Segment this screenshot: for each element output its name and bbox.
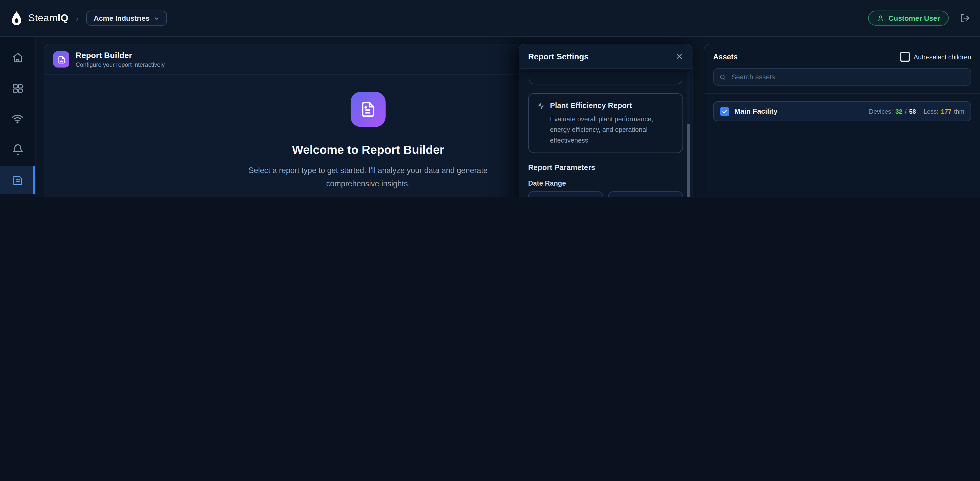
bell-icon [11,143,23,155]
sidebar-item-apps[interactable] [0,75,35,102]
checkbox-checked-icon[interactable] [720,107,729,116]
date-range-past-3-months[interactable]: Past 3 Months [608,191,683,197]
report-parameters-title: Report Parameters [528,163,683,172]
date-range-past-month[interactable]: Past Month [528,191,603,197]
search-icon [719,73,726,80]
page-subtitle: Configure your report interactively [75,61,165,68]
selection-panel: Assets Auto-select children Main Facilit… [704,44,980,197]
welcome-title: Welcome to Report Builder [292,143,444,157]
report-settings-header: Report Settings [519,44,692,68]
org-name: Acme Industries [94,14,150,22]
user-badge[interactable]: Customer User [868,11,949,26]
assets-search-input[interactable] [730,72,965,81]
selected-report-title: Plant Efficiency Report [550,101,632,110]
settings-scrollbar-thumb[interactable] [687,124,690,197]
assets-section: Assets Auto-select children Main Facilit… [704,44,980,197]
report-doc-icon [11,174,23,186]
selected-report-desc: Evaluate overall plant performance, ener… [550,114,675,145]
asset-row-main-facility[interactable]: Main Facility Devices: 32 / 58 Loss: 177… [713,101,971,121]
welcome-subtitle: Select a report type to get started. I'l… [231,164,506,191]
report-type-card-partial[interactable] [529,76,682,84]
checkbox-unchecked-icon[interactable] [900,52,910,62]
report-settings-drawer: Report Settings Plant Efficiency Report … [519,44,692,197]
asset-name: Main Facility [734,108,778,115]
user-name: Customer User [888,14,940,22]
sidebar-nav [0,37,36,197]
date-range-label: Date Range [528,180,683,187]
wifi-icon [11,113,24,125]
date-range-group: Past Month Past 3 Months Past 6 Months 1… [528,191,683,197]
welcome-doc-icon [351,92,386,127]
assets-title: Assets [713,53,738,61]
home-icon [11,51,23,63]
sidebar-item-home[interactable] [0,44,35,71]
apps-grid-icon [11,82,23,94]
activity-pulse-icon [537,102,545,110]
brand-logo: SteamIQ [10,10,68,27]
breadcrumb-chevron: › [76,14,79,23]
report-settings-body: Plant Efficiency Report Evaluate overall… [519,69,692,197]
logout-icon[interactable] [960,13,970,23]
steamiq-app: SteamIQ › Acme Industries Customer User [0,0,980,197]
page-title: Report Builder [75,51,165,60]
drawer-title: Report Settings [528,51,589,61]
report-builder-icon [53,51,69,67]
asset-stats: Devices: 32 / 58 Loss: 177 thm [869,108,964,115]
sidebar-item-network[interactable] [0,105,35,132]
auto-select-children-label: Auto-select children [914,53,971,61]
sidebar-item-reports[interactable] [0,166,35,194]
steamiq-drop-icon [10,10,23,27]
close-icon[interactable] [676,53,683,60]
brand-name: SteamIQ [28,13,68,24]
auto-select-children-toggle[interactable]: Auto-select children [900,52,971,62]
top-bar: SteamIQ › Acme Industries Customer User [0,0,980,37]
assets-search [713,68,971,86]
selected-report-card[interactable]: Plant Efficiency Report Evaluate overall… [528,93,683,153]
sidebar-item-alerts[interactable] [0,136,35,163]
chevron-down-icon [154,15,160,21]
person-icon [877,14,884,22]
divider [704,93,980,94]
org-selector[interactable]: Acme Industries [86,11,167,26]
